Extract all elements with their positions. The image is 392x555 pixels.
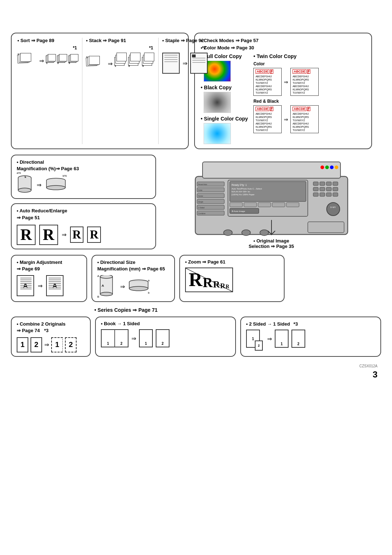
svg-text:Sorter: Sorter bbox=[198, 195, 203, 197]
svg-rect-42 bbox=[333, 187, 338, 191]
svg-point-9 bbox=[46, 185, 65, 190]
svg-text:A: A bbox=[102, 284, 104, 287]
margin-before-doc: A bbox=[17, 275, 34, 296]
copier-machine-diagram: Ready D'ty: 1 Auto Text/Photo Auto C...S… bbox=[184, 155, 359, 245]
svg-point-51 bbox=[327, 203, 340, 216]
sort-label: • Sort ⇒ Page 89 bbox=[17, 38, 78, 43]
big-r-2: R bbox=[43, 227, 54, 243]
check-modes-label: • Check Modes ⇒ Page 57 bbox=[201, 38, 366, 43]
dir-size-box: • Directional Size Magnification (mm) ⇒ … bbox=[91, 255, 175, 302]
twin-before-box: ABCDE F̲ ABCDEFGHIJKLMNOPQRSTUVWXYZABCDE… bbox=[253, 68, 282, 96]
black-copy-preview bbox=[204, 92, 231, 113]
twin-red-black-demo: ABCDE F̲ ABCDEFGHIJKLMNOPQRSTUVWXYZABCDE… bbox=[253, 105, 366, 133]
two-sided-arrow: ⇒ bbox=[267, 335, 272, 342]
dir-size-after: a b bbox=[128, 279, 150, 294]
svg-point-47 bbox=[320, 166, 324, 169]
svg-rect-41 bbox=[326, 187, 331, 191]
row5: • Combine 2 Originals ⇒ Page 74 *3 1 2 ⇒… bbox=[11, 317, 381, 356]
svg-rect-36 bbox=[320, 182, 325, 185]
svg-text:D-MY: D-MY bbox=[330, 206, 336, 208]
auto-reduce-illustration: R R ⇒ R R bbox=[17, 225, 150, 245]
svg-rect-40 bbox=[320, 187, 325, 191]
a-percent-label: a% bbox=[17, 171, 21, 175]
stack-illustration: 1 ⇒ 1 2 bbox=[86, 53, 155, 67]
twin-color-sub1: Color bbox=[253, 61, 366, 66]
svg-text:⚙ Auto Image: ⚙ Auto Image bbox=[232, 210, 245, 212]
svg-rect-39 bbox=[313, 187, 318, 191]
dir-size-illustration: A A B ⇒ a bbox=[97, 275, 169, 298]
twin-after-box: ABCDE F̲ ABCDEFGHIJKLMNOPQRSTUVWXYZABCDE… bbox=[290, 68, 319, 96]
svg-rect-19 bbox=[244, 203, 257, 207]
cylinder-wide-icon bbox=[45, 178, 67, 191]
two-sided-illustration: 1 2 ⇒ 1 2 bbox=[246, 330, 375, 348]
full-color-preview bbox=[204, 61, 231, 82]
cylinder-tall-icon bbox=[17, 175, 33, 193]
zoom-label: • Zoom ⇒ Page 61 bbox=[185, 259, 279, 265]
two-sided-box: • 2 Sided → 1 Sided *3 1 2 ⇒ 1 2 bbox=[240, 317, 381, 356]
twin-color-section: • Twin Color Copy Color ABCDE F̲ ABCDEFG… bbox=[253, 53, 366, 144]
zoom-r-med: R bbox=[203, 276, 213, 289]
stack-label: • Stack ⇒ Page 91 bbox=[86, 38, 155, 43]
book-box: • Book → 1 Sided 1 2 ⇒ 1 2 bbox=[95, 317, 236, 356]
sort-note: *1 bbox=[17, 45, 78, 50]
stack-note: *1 bbox=[86, 45, 155, 50]
single-color-label: • Single Color Copy bbox=[201, 116, 248, 122]
svg-text:Auto Text/Photo  Auto C...Sele: Auto Text/Photo Auto C...Select bbox=[232, 188, 262, 190]
orig-image-label: • Original Image Selection ⇒ Page 35 bbox=[249, 238, 294, 249]
margin-adj-box: • Margin Adjustment ⇒ Page 69 A ⇒ A bbox=[11, 255, 87, 302]
svg-rect-22 bbox=[286, 203, 299, 207]
zoom-box: • Zoom ⇒ Page 61 R R R R R bbox=[179, 255, 285, 302]
svg-text:2-Sided: 2-Sided bbox=[198, 207, 204, 209]
stack-section: • Stack ⇒ Page 91 *1 1 ⇒ bbox=[82, 38, 159, 144]
book-page-1: 1 bbox=[139, 329, 153, 347]
auto-reduce-box: • Auto Reduce/Enlarge ⇒ Page 51 R R ⇒ R bbox=[11, 203, 156, 249]
margin-arrow: ⇒ bbox=[38, 282, 42, 289]
svg-point-48 bbox=[325, 166, 329, 169]
row2: • Directional Magnification (%)⇒ Page 63… bbox=[11, 155, 381, 249]
full-page: • Sort ⇒ Page 89 *1 1 ⇒ bbox=[11, 33, 381, 380]
svg-point-60 bbox=[100, 275, 113, 278]
red-black-before: ABCDE F̲ ABCDEFGHIJKLMNOPQRSTUVWXYZABCDE… bbox=[253, 105, 282, 133]
dir-mag-before: a% bbox=[17, 175, 33, 195]
big-r-block-3: R bbox=[70, 227, 84, 243]
single-color-section: • Single Color Copy bbox=[201, 116, 248, 144]
svg-rect-45 bbox=[326, 193, 331, 196]
sort-illustration: 1 ⇒ 1 bbox=[17, 53, 78, 64]
combine-arrow: ⇒ bbox=[44, 341, 49, 348]
zoom-r-xs: R bbox=[220, 282, 225, 289]
color-modes-box: • Check Modes ⇒ Page 57 • Color Mode ⇒ P… bbox=[194, 33, 372, 149]
black-copy-label: • Black Copy bbox=[201, 85, 248, 90]
staple-illustration: ⇒ bbox=[162, 53, 208, 74]
book-illustration: 1 2 ⇒ 1 2 bbox=[101, 329, 230, 347]
svg-point-50 bbox=[335, 166, 338, 169]
book-arrow: ⇒ bbox=[131, 335, 136, 342]
svg-point-4 bbox=[18, 188, 31, 192]
svg-point-49 bbox=[330, 166, 334, 169]
machine-center: Ready D'ty: 1 Auto Text/Photo Auto C...S… bbox=[162, 155, 381, 249]
svg-point-67 bbox=[129, 286, 148, 291]
big-r-block-1: R bbox=[17, 225, 36, 245]
margin-illustration: A ⇒ A bbox=[17, 275, 81, 296]
svg-text:Single: Single bbox=[198, 201, 203, 203]
zoom-illustration: R R R R R bbox=[185, 268, 233, 292]
row4: • Margin Adjustment ⇒ Page 69 A ⇒ A bbox=[11, 255, 381, 302]
combine-num-1: 1 bbox=[17, 337, 28, 352]
two-sided-page-out-2: 2 bbox=[291, 330, 305, 348]
big-r-block-4: R bbox=[87, 227, 101, 243]
svg-text:[100%]   %v     100%   Paper: [100%] %v 100% Paper bbox=[232, 193, 254, 196]
big-r-4: R bbox=[90, 229, 98, 241]
color-mode-label: • Color Mode ⇒ Page 30 bbox=[201, 45, 366, 50]
twin-color-label: • Twin Color Copy bbox=[253, 53, 366, 59]
basic-color-column: • Full Color Copy • Black Copy • Single … bbox=[201, 53, 248, 144]
two-sided-page-icon: 1 2 bbox=[246, 330, 260, 348]
full-color-section: • Full Color Copy bbox=[201, 53, 248, 82]
two-sided-label: • 2 Sided → 1 Sided *3 bbox=[246, 321, 375, 327]
zoom-r-sm: R bbox=[213, 280, 220, 289]
svg-text:Combine: Combine bbox=[198, 212, 205, 215]
svg-rect-21 bbox=[272, 203, 285, 207]
svg-point-53 bbox=[224, 230, 232, 236]
combine-result-1: 1 bbox=[51, 337, 63, 352]
black-copy-section: • Black Copy bbox=[201, 85, 248, 113]
combine-illustration: 1 2 ⇒ 1 2 bbox=[17, 337, 85, 352]
margin-adj-label: • Margin Adjustment ⇒ Page 69 bbox=[17, 259, 81, 272]
